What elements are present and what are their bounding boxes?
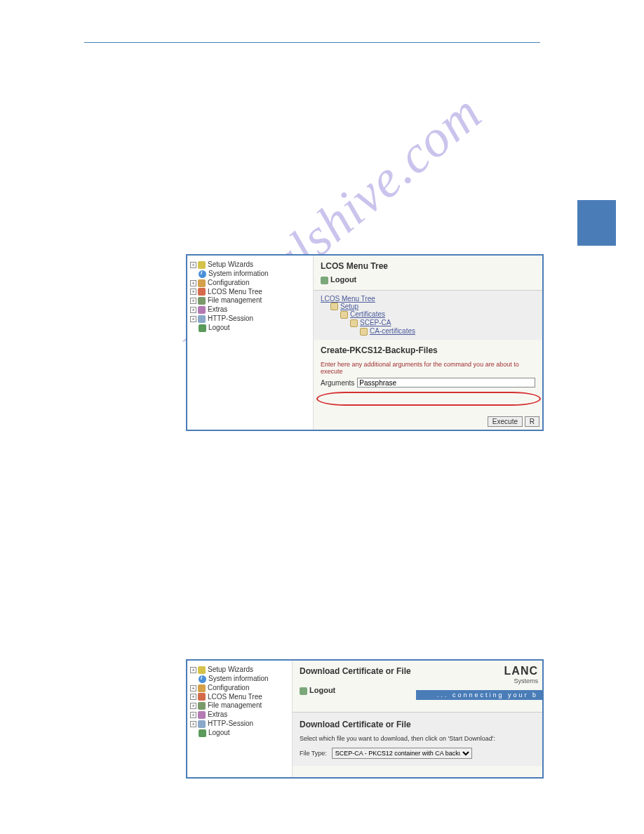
- download-heading: Download Certificate or File: [300, 720, 535, 729]
- logout-label: Logout: [309, 686, 335, 694]
- folder-icon: [350, 319, 358, 327]
- tree-item-configuration[interactable]: +Configuration: [190, 684, 289, 692]
- expand-icon[interactable]: +: [190, 712, 196, 718]
- expand-icon[interactable]: +: [190, 280, 196, 286]
- extras-icon: [198, 711, 206, 719]
- tree-label: Configuration: [208, 279, 249, 286]
- tree-item-lcos-menu[interactable]: +LCOS Menu Tree: [190, 693, 289, 701]
- expand-icon[interactable]: +: [190, 703, 196, 709]
- wizard-icon: [198, 261, 206, 269]
- tree-item-file-management[interactable]: +File management: [190, 701, 289, 710]
- screenshot-download-file: +Setup Wizards System information +Confi…: [186, 659, 544, 779]
- folder-icon: [360, 328, 368, 336]
- brand-name: LANC: [504, 665, 538, 677]
- highlight-circle: [316, 392, 541, 406]
- logout-icon: [199, 324, 206, 332]
- logout-icon: [199, 729, 206, 737]
- logout-label: Logout: [330, 275, 356, 284]
- logout-link[interactable]: Logout: [321, 275, 535, 284]
- download-block: Download Certificate or File Select whic…: [293, 712, 542, 766]
- tree-label: System information: [208, 270, 269, 277]
- tagline-bar: ... connecting your b: [416, 690, 542, 700]
- brand-logo: LANC Systems: [504, 665, 538, 684]
- tree-label: LCOS Menu Tree: [208, 288, 262, 296]
- tree-label: File management: [208, 296, 262, 304]
- tree-label: System information: [208, 675, 269, 682]
- page-tab: [577, 200, 616, 246]
- tree-item-extras[interactable]: +Extras: [190, 710, 289, 719]
- expand-icon[interactable]: +: [190, 316, 196, 322]
- content-heading: Download Certificate or File: [300, 666, 535, 676]
- content-pane: LCOS Menu Tree Logout LCOS Menu Tree Set…: [314, 256, 542, 430]
- extras-icon: [198, 306, 206, 314]
- tree-label: Extras: [208, 305, 227, 313]
- info-icon: [199, 675, 206, 683]
- menu-icon: [198, 693, 206, 701]
- expand-icon[interactable]: +: [190, 298, 196, 304]
- tree-label: LCOS Menu Tree: [208, 693, 262, 701]
- file-type-select[interactable]: SCEP-CA - PKCS12 container with CA backu…: [332, 748, 472, 759]
- folder-icon: [340, 311, 348, 319]
- tree-label: Logout: [208, 729, 230, 736]
- tree-item-logout[interactable]: Logout: [190, 324, 310, 332]
- tree-label: Setup Wizards: [208, 666, 253, 673]
- execute-button[interactable]: Execute: [488, 416, 523, 427]
- nav-tree: +Setup Wizards System information +Confi…: [187, 661, 293, 777]
- content-pane: Download Certificate or File LANC System…: [293, 661, 542, 777]
- http-icon: [198, 720, 206, 728]
- arguments-label: Arguments: [321, 379, 354, 387]
- tree-item-setup-wizards[interactable]: +Setup Wizards: [190, 260, 310, 269]
- info-icon: [199, 270, 206, 278]
- tree-label: Extras: [208, 710, 227, 718]
- tree-item-system-info[interactable]: System information: [190, 675, 289, 683]
- screenshot-create-backup: +Setup Wizards System information +Confi…: [186, 254, 544, 431]
- config-icon: [198, 279, 206, 287]
- tree-item-configuration[interactable]: +Configuration: [190, 279, 310, 287]
- file-icon: [198, 297, 206, 305]
- expand-icon[interactable]: +: [190, 721, 196, 727]
- crumb-scep-ca[interactable]: SCEP-CA: [360, 319, 391, 326]
- crumb-certificates[interactable]: Certificates: [350, 310, 385, 318]
- tree-label: Setup Wizards: [208, 260, 253, 268]
- tree-label: Logout: [208, 324, 230, 331]
- tree-label: Configuration: [208, 684, 249, 691]
- content-heading: LCOS Menu Tree: [321, 261, 535, 271]
- tree-label: File management: [208, 701, 262, 709]
- expand-icon[interactable]: +: [190, 307, 196, 313]
- expand-icon[interactable]: +: [190, 289, 196, 295]
- expand-icon[interactable]: +: [190, 262, 196, 268]
- r-button[interactable]: R: [525, 416, 539, 427]
- arguments-input[interactable]: [357, 378, 535, 388]
- tree-item-extras[interactable]: +Extras: [190, 305, 310, 314]
- nav-tree: +Setup Wizards System information +Confi…: [187, 256, 314, 430]
- tree-item-lcos-menu[interactable]: +LCOS Menu Tree: [190, 288, 310, 296]
- expand-icon[interactable]: +: [190, 667, 196, 673]
- brand-subtitle: Systems: [504, 677, 538, 684]
- crumb-setup[interactable]: Setup: [340, 303, 358, 310]
- tree-item-setup-wizards[interactable]: +Setup Wizards: [190, 666, 289, 674]
- logout-icon: [300, 687, 307, 695]
- file-type-label: File Type:: [300, 750, 327, 757]
- tree-item-http-session[interactable]: +HTTP-Session: [190, 720, 289, 728]
- crumb-lcos-menu[interactable]: LCOS Menu Tree: [321, 295, 375, 303]
- http-icon: [198, 315, 206, 323]
- tree-label: HTTP-Session: [208, 720, 253, 727]
- tree-item-logout[interactable]: Logout: [190, 729, 289, 737]
- action-title: Create-PKCS12-Backup-Files: [321, 345, 535, 355]
- file-icon: [198, 702, 206, 710]
- arguments-row: Arguments: [321, 378, 535, 388]
- tree-item-http-session[interactable]: +HTTP-Session: [190, 315, 310, 323]
- expand-icon[interactable]: +: [190, 694, 196, 700]
- tree-item-file-management[interactable]: +File management: [190, 296, 310, 305]
- tree-label: HTTP-Session: [208, 315, 253, 322]
- config-icon: [198, 684, 206, 692]
- expand-icon[interactable]: +: [190, 685, 196, 691]
- download-instruction: Select which file you want to download, …: [300, 735, 535, 742]
- crumb-ca-certificates[interactable]: CA-certificates: [370, 327, 415, 335]
- folder-icon: [330, 303, 338, 310]
- breadcrumb: LCOS Menu Tree Setup Certificates SCEP-C…: [314, 290, 542, 340]
- tree-item-system-info[interactable]: System information: [190, 270, 310, 278]
- logout-icon: [321, 277, 328, 284]
- menu-icon: [198, 288, 206, 296]
- instruction-text: Enter here any additional arguments for …: [321, 361, 535, 375]
